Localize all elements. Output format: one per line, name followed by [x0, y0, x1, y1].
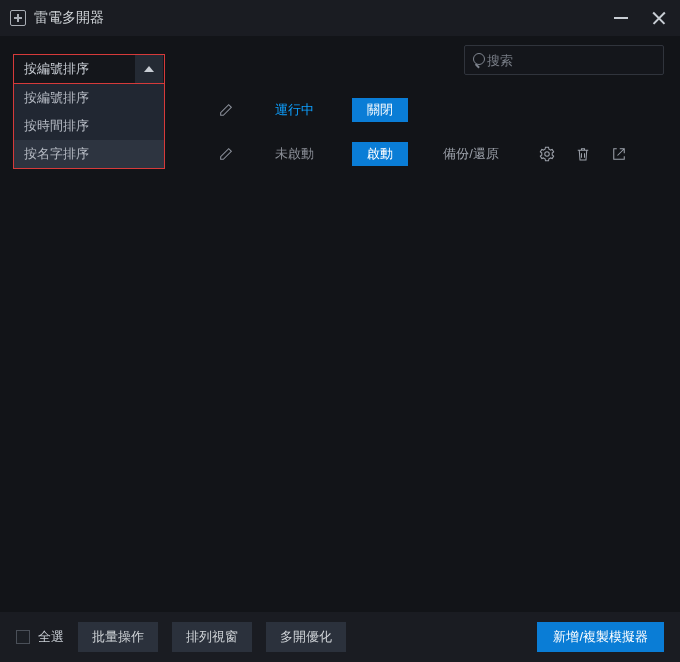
sort-option[interactable]: 按名字排序 [14, 140, 164, 168]
chevron-up-icon [144, 66, 154, 72]
arrange-windows-button[interactable]: 排列視窗 [172, 622, 252, 652]
search-icon [473, 53, 479, 67]
search-box[interactable] [464, 45, 664, 75]
backup-restore-link[interactable]: 備份/還原 [436, 145, 506, 163]
select-all[interactable]: 全選 [16, 628, 64, 646]
minimize-icon [614, 17, 628, 19]
row-status: 運行中 [264, 101, 324, 119]
pencil-icon [218, 102, 234, 118]
close-window-button[interactable] [648, 7, 670, 29]
select-all-checkbox[interactable] [16, 630, 30, 644]
add-clone-button[interactable]: 新增/複製模擬器 [537, 622, 664, 652]
sort-selected-label: 按編號排序 [24, 60, 89, 78]
settings-button[interactable] [538, 145, 556, 163]
sort-option[interactable]: 按編號排序 [14, 84, 164, 112]
multi-optimize-button[interactable]: 多開優化 [266, 622, 346, 652]
delete-button[interactable] [574, 145, 592, 163]
sort-option[interactable]: 按時間排序 [14, 112, 164, 140]
external-link-icon [610, 145, 628, 163]
svg-point-0 [545, 152, 550, 157]
sort-options-list: 按編號排序 按時間排序 按名字排序 [13, 84, 165, 169]
minimize-button[interactable] [610, 7, 632, 29]
bottom-bar: 全選 批量操作 排列視窗 多開優化 新增/複製模擬器 [0, 612, 680, 662]
app-title: 雷電多開器 [34, 9, 104, 27]
rename-button[interactable] [216, 102, 236, 118]
sort-toggle[interactable] [135, 55, 163, 83]
trash-icon [574, 145, 592, 163]
select-all-label: 全選 [38, 628, 64, 646]
batch-operations-button[interactable]: 批量操作 [78, 622, 158, 652]
titlebar: 雷電多開器 [0, 0, 680, 36]
rename-button[interactable] [216, 146, 236, 162]
sort-dropdown: 按編號排序 按編號排序 按時間排序 按名字排序 [13, 54, 165, 169]
close-icon [651, 10, 667, 26]
shortcut-button[interactable] [610, 145, 628, 163]
row-status: 未啟動 [264, 145, 324, 163]
search-input[interactable] [487, 53, 655, 68]
gear-icon [538, 145, 556, 163]
app-icon [10, 10, 26, 26]
pencil-icon [218, 146, 234, 162]
row-action-button[interactable]: 關閉 [352, 98, 408, 122]
row-action-button[interactable]: 啟動 [352, 142, 408, 166]
sort-selected[interactable]: 按編號排序 [13, 54, 165, 84]
